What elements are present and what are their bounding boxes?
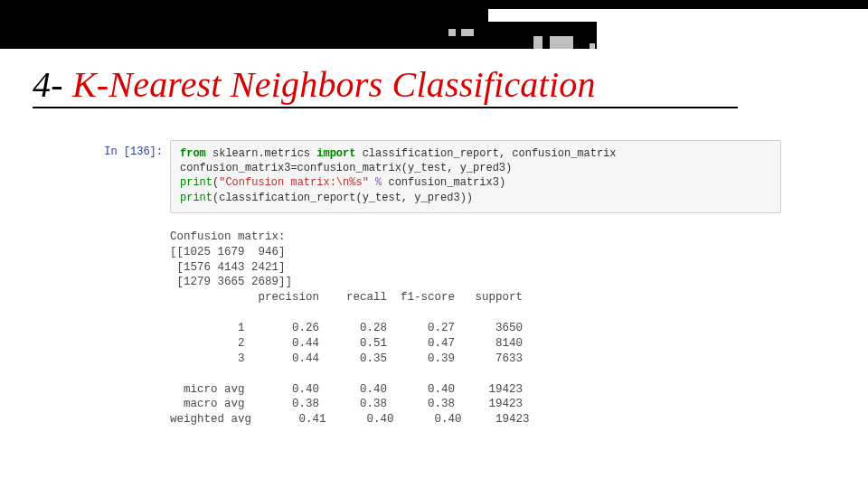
title-prefix: 4- (33, 64, 72, 107)
cell-output: Confusion matrix: [[1025 1679 946] [1576… (170, 213, 781, 427)
decorative-accent (461, 29, 474, 36)
title-text: K-Nearest Neighbors Classification (72, 64, 596, 107)
decorative-accent (448, 29, 456, 36)
code-text: sklearn.metrics (206, 147, 316, 160)
code-block: from sklearn.metrics import classificati… (170, 140, 781, 213)
code-text (369, 176, 375, 189)
top-bar (0, 0, 868, 49)
code-func: print (180, 176, 212, 189)
code-keyword-import: import (316, 147, 355, 160)
code-keyword-from: from (180, 147, 206, 160)
decorative-accent (533, 36, 542, 49)
code-text: (classification_report(y_test, y_pred3)) (212, 192, 473, 204)
code-func: print (180, 192, 212, 204)
jupyter-cell: In [136]: from sklearn.metrics import cl… (85, 140, 781, 427)
page-title: 4- K-Nearest Neighbors Classification (33, 63, 596, 106)
code-text: classification_report, confusion_matrix (355, 147, 616, 160)
title-underline (33, 107, 738, 108)
code-cell-row: In [136]: from sklearn.metrics import cl… (85, 140, 781, 213)
decorative-accent (590, 43, 595, 49)
decorative-accent (550, 36, 573, 49)
slide: 4- K-Nearest Neighbors Classification In… (0, 0, 868, 488)
decorative-step (597, 22, 868, 49)
cell-prompt: In [136]: (85, 140, 170, 158)
decorative-step (488, 9, 868, 22)
code-text: confusion_matrix3=confusion_matrix(y_tes… (180, 162, 512, 174)
code-text: confusion_matrix3) (382, 176, 505, 189)
code-string: "Confusion matrix:\n%s" (219, 176, 369, 189)
